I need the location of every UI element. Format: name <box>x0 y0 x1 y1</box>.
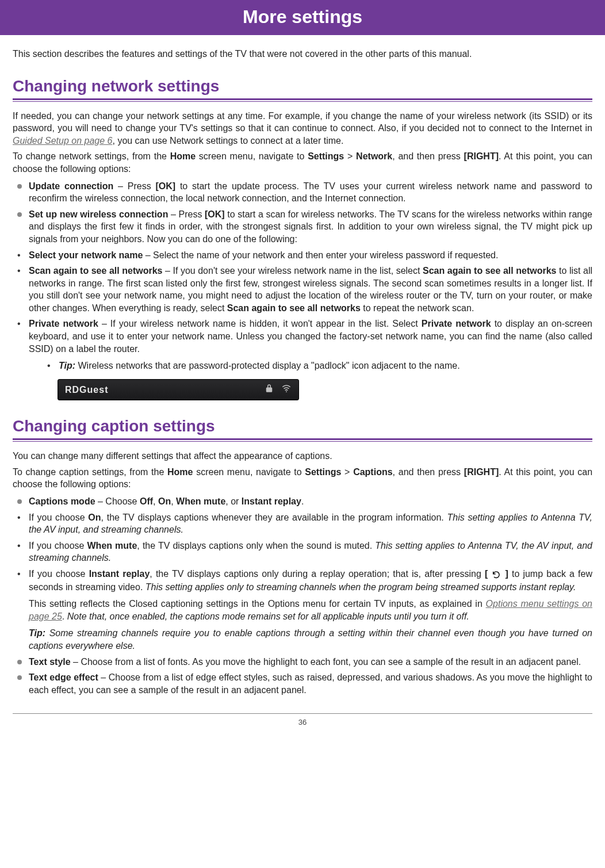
svg-point-0 <box>286 391 287 392</box>
intro-text: This section describes the features and … <box>13 48 592 60</box>
option-text-style: Text style – Choose from a list of fonts… <box>13 656 592 668</box>
option-update-connection: Update connection – Press [OK] to start … <box>13 180 592 205</box>
wifi-network-name: RDGuest <box>65 384 257 396</box>
option-setup-wireless: Set up new wireless connection – Press [… <box>13 208 592 246</box>
lock-icon <box>264 383 274 397</box>
text: If needed, you can change your network s… <box>13 111 592 133</box>
caption-p1: You can change many different settings t… <box>13 450 592 462</box>
option-scan-again: Scan again to see all networks – If you … <box>13 265 592 314</box>
section-heading-caption: Changing caption settings <box>13 415 592 440</box>
private-network-tip: Tip: Wireless networks that are password… <box>43 360 592 372</box>
network-p2: To change network settings, from the Hom… <box>13 150 592 175</box>
option-captions-instant-replay: If you choose Instant replay, the TV dis… <box>13 568 592 652</box>
page-number: 36 <box>0 717 605 728</box>
option-captions-whenmute: If you choose When mute, the TV displays… <box>13 540 592 564</box>
section-heading-network: Changing network settings <box>13 75 592 100</box>
wifi-icon <box>281 383 292 397</box>
page-title-bar: More settings <box>0 0 605 35</box>
network-option-list: Update connection – Press [OK] to start … <box>13 180 592 401</box>
caption-option-list: Captions mode – Choose Off, On, When mut… <box>13 495 592 696</box>
page-content: This section describes the features and … <box>0 48 605 696</box>
option-text-edge-effect: Text edge effect – Choose from a list of… <box>13 671 592 696</box>
option-captions-mode: Captions mode – Choose Off, On, When mut… <box>13 495 592 508</box>
caption-p2: To change caption settings, from the Hom… <box>13 466 592 491</box>
caption-tip: Tip: Some streaming channels require you… <box>29 627 592 652</box>
option-select-network-name: Select your network name – Select the na… <box>13 249 592 262</box>
network-p1: If needed, you can change your network s… <box>13 110 592 147</box>
instant-replay-reflect: This setting reflects the Closed caption… <box>29 598 592 622</box>
text: , you can use Network settings to connec… <box>112 136 343 146</box>
option-captions-on: If you choose On, the TV displays captio… <box>13 511 592 536</box>
option-private-network: Private network – If your wireless netwo… <box>13 318 592 400</box>
link-guided-setup[interactable]: Guided Setup on page 6 <box>13 136 112 146</box>
wifi-example-row: RDGuest <box>58 379 299 401</box>
instant-replay-icon <box>491 568 501 581</box>
